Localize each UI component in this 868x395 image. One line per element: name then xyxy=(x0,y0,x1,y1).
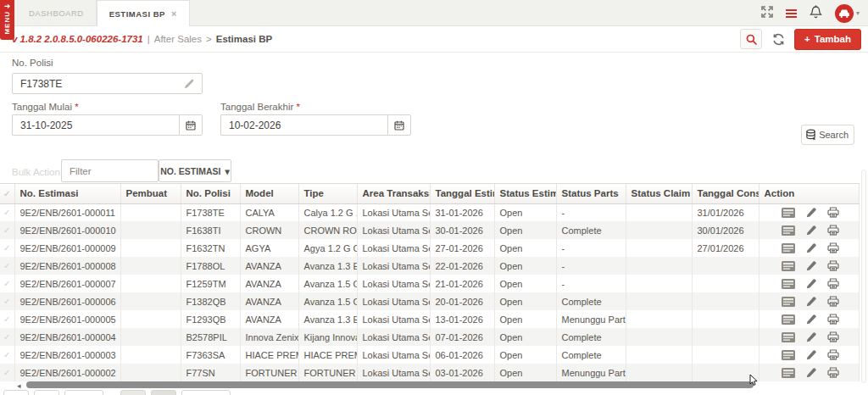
edit-pencil-icon[interactable] xyxy=(806,261,816,271)
cell-model: Innova Zenix xyxy=(240,328,298,346)
no-polisi-input[interactable]: F1738TE xyxy=(12,73,203,94)
table-row[interactable]: ✓ 9E2/ENB/2601-000010 F1638TI CROWN CROW… xyxy=(0,221,859,239)
edit-pencil-icon[interactable] xyxy=(806,368,816,378)
print-icon[interactable] xyxy=(827,242,839,253)
row-checkbox[interactable]: ✓ xyxy=(0,257,14,275)
print-icon[interactable] xyxy=(827,296,839,307)
detail-card-icon[interactable] xyxy=(782,332,795,342)
row-checkbox[interactable]: ✓ xyxy=(0,364,14,381)
print-icon[interactable] xyxy=(827,367,839,378)
table-row[interactable]: ✓ 9E2/ENB/2601-000011 F1738TE CALYA Caly… xyxy=(0,203,859,221)
pagination-button[interactable] xyxy=(34,390,59,395)
col-no-estimasi[interactable]: No. Estimasi xyxy=(14,184,120,203)
col-tipe[interactable]: Tipe xyxy=(298,184,357,203)
print-icon[interactable] xyxy=(827,207,839,218)
col-status-parts[interactable]: Status Parts xyxy=(556,184,626,203)
detail-card-icon[interactable] xyxy=(782,261,795,271)
cell-tanggal-consent xyxy=(692,310,759,328)
refresh-button[interactable] xyxy=(769,29,787,49)
vertical-scrollbar-track[interactable] xyxy=(861,170,866,383)
tab-close-icon[interactable]: × xyxy=(171,9,177,19)
horizontal-scrollbar-thumb[interactable] xyxy=(26,381,754,388)
pagination-button[interactable] xyxy=(3,390,29,395)
table-row[interactable]: ✓ 9E2/ENB/2601-000004 B2578PIL Innova Ze… xyxy=(0,328,859,346)
fullscreen-icon[interactable] xyxy=(761,6,773,21)
menu-toggle-icon[interactable] xyxy=(786,9,797,18)
tanggal-berakhir-calendar-button[interactable] xyxy=(387,114,411,136)
edit-pencil-icon[interactable] xyxy=(806,297,816,307)
no-polisi-value: F1738TE xyxy=(20,78,184,90)
pagination-button[interactable] xyxy=(151,390,176,395)
table-header-row: ✓ No. Estimasi Pembuat No. Polisi Model … xyxy=(0,184,859,203)
table-row[interactable]: ✓ 9E2/ENB/2601-000008 F1788OL AVANZA Ava… xyxy=(0,257,859,275)
tambah-add-button[interactable]: + Tambah xyxy=(794,29,861,50)
row-checkbox[interactable]: ✓ xyxy=(0,328,14,346)
cell-pembuat xyxy=(120,328,181,346)
cell-no-estimasi: 9E2/ENB/2601-000011 xyxy=(14,203,120,221)
col-tanggal-consent[interactable]: Tanggal Consent/Ti xyxy=(692,184,759,203)
col-status-estimasi[interactable]: Status Estimasi... xyxy=(494,184,556,203)
tanggal-mulai-input[interactable]: 31-10-2025 xyxy=(12,114,179,136)
row-checkbox[interactable]: ✓ xyxy=(0,203,14,221)
edit-pencil-icon[interactable] xyxy=(806,279,816,289)
table-row[interactable]: ✓ 9E2/ENB/2601-000006 F1382QB AVANZA Ava… xyxy=(0,292,859,310)
table-row[interactable]: ✓ 9E2/ENB/2601-000009 F1632TN AGYA Agya … xyxy=(0,239,859,257)
detail-card-icon[interactable] xyxy=(782,208,795,218)
edit-pencil-icon[interactable] xyxy=(806,350,816,360)
col-status-claim[interactable]: Status Claim xyxy=(626,184,692,203)
column-selector-button[interactable]: NO. ESTIMASI ▾ xyxy=(159,159,231,182)
user-avatar[interactable]: ▾ xyxy=(835,4,860,23)
edit-pencil-icon[interactable] xyxy=(806,225,816,236)
select-all-checkbox[interactable]: ✓ xyxy=(0,184,14,203)
print-icon[interactable] xyxy=(827,260,839,271)
col-model[interactable]: Model xyxy=(240,184,298,203)
detail-card-icon[interactable] xyxy=(782,297,795,307)
pagination-button[interactable] xyxy=(64,390,103,395)
row-checkbox[interactable]: ✓ xyxy=(0,221,14,239)
table-row[interactable]: ✓ 9E2/ENB/2601-000003 F7363SA HIACE PREM… xyxy=(0,346,859,364)
cell-status-claim xyxy=(626,310,692,328)
table-row[interactable]: ✓ 9E2/ENB/2601-000002 F77SN FORTUNER ...… xyxy=(0,364,859,381)
detail-card-icon[interactable] xyxy=(782,279,795,289)
edit-pencil-icon[interactable] xyxy=(806,332,816,342)
tanggal-berakhir-input[interactable]: 10-02-2026 xyxy=(220,114,387,136)
scroll-left-arrow-icon[interactable]: ◂ xyxy=(17,381,21,390)
row-checkbox[interactable]: ✓ xyxy=(0,346,14,364)
table-row[interactable]: ✓ 9E2/ENB/2601-000005 F1293QB AVANZA Ava… xyxy=(0,310,859,328)
detail-card-icon[interactable] xyxy=(782,225,795,236)
row-checkbox[interactable]: ✓ xyxy=(0,292,14,310)
col-area-transaksi[interactable]: Area Transaksi xyxy=(357,184,430,203)
menu-strip[interactable]: ➜ MENU xyxy=(0,0,14,40)
detail-card-icon[interactable] xyxy=(782,368,795,378)
pagination-button[interactable] xyxy=(181,390,231,395)
pagination-button[interactable] xyxy=(120,390,146,395)
detail-card-icon[interactable] xyxy=(782,243,795,253)
edit-pencil-icon[interactable] xyxy=(806,314,816,325)
tanggal-mulai-calendar-button[interactable] xyxy=(179,114,203,136)
detail-card-icon[interactable] xyxy=(782,314,795,325)
col-tanggal-estimasi[interactable]: Tanggal Estimasi.. xyxy=(430,184,494,203)
cell-tipe: Avanza 1.3 E ... xyxy=(298,310,357,328)
edit-pencil-icon[interactable] xyxy=(806,243,816,253)
search-button[interactable]: Search xyxy=(801,125,854,145)
table-row[interactable]: ✓ 9E2/ENB/2601-000007 F1259TM AVANZA Ava… xyxy=(0,275,859,292)
row-checkbox[interactable]: ✓ xyxy=(0,310,14,328)
tab-dashboard[interactable]: DASHBOARD xyxy=(17,0,97,26)
search-toggle-button[interactable] xyxy=(740,29,762,49)
edit-pencil-icon[interactable] xyxy=(806,208,816,218)
cell-action xyxy=(759,346,859,364)
cell-no-estimasi: 9E2/ENB/2601-000009 xyxy=(14,239,120,257)
col-pembuat[interactable]: Pembuat xyxy=(120,184,181,203)
notifications-bell-icon[interactable] xyxy=(810,5,822,22)
row-checkbox[interactable]: ✓ xyxy=(0,239,14,257)
print-icon[interactable] xyxy=(827,349,839,360)
print-icon[interactable] xyxy=(827,314,839,325)
filter-input[interactable]: Filter xyxy=(61,159,159,182)
col-no-polisi[interactable]: No. Polisi xyxy=(181,184,240,203)
print-icon[interactable] xyxy=(827,331,839,342)
print-icon[interactable] xyxy=(827,278,839,289)
row-checkbox[interactable]: ✓ xyxy=(0,275,14,292)
tab-estimasi-bp[interactable]: ESTIMASI BP × xyxy=(97,0,190,27)
print-icon[interactable] xyxy=(827,225,839,236)
detail-card-icon[interactable] xyxy=(782,350,795,360)
